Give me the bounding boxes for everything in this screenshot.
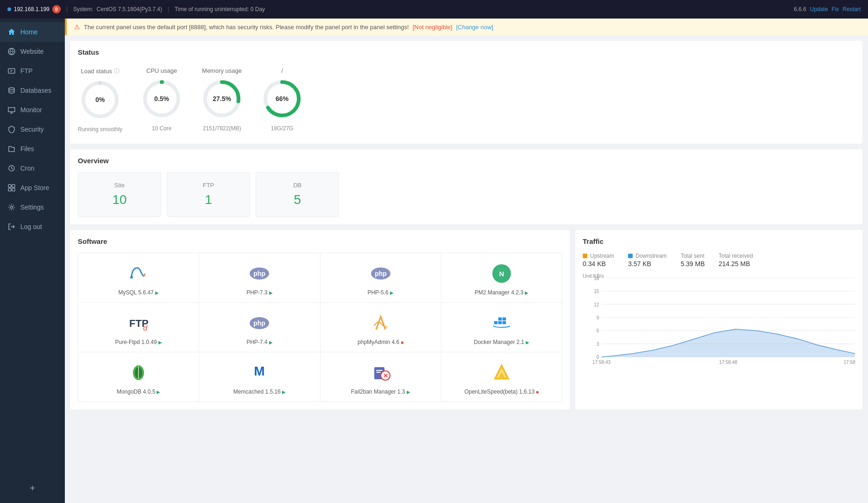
software-mysql[interactable]: MySQL 5.6.47 ▶ — [78, 253, 199, 302]
software-fail2ban[interactable]: ✕ Fail2ban Manager 1.3 ▶ — [321, 352, 441, 401]
svg-text:php: php — [375, 270, 387, 277]
svg-text:✕: ✕ — [383, 372, 388, 379]
main-content: ⚠ The current panel uses the default por… — [65, 19, 868, 503]
ftp-icon — [7, 67, 16, 75]
alert-level: [Not negligible] — [413, 24, 453, 31]
software-php56[interactable]: php PHP-5.6 ▶ — [321, 253, 441, 302]
disk-value: 66% — [276, 95, 289, 102]
home-icon — [7, 28, 16, 36]
cpu-gauge: 0.5% — [141, 78, 182, 120]
svg-text:12: 12 — [594, 302, 599, 307]
load-value: 0% — [95, 96, 105, 103]
alert-change-link[interactable]: [Change now] — [456, 24, 493, 31]
sidebar-label-cron: Cron — [20, 165, 34, 172]
pureftpd-icon: FTPd — [127, 312, 150, 334]
downstream-label: Downstream — [628, 253, 667, 259]
sidebar-item-databases[interactable]: Databases — [0, 81, 65, 100]
update-button[interactable]: Update — [810, 6, 828, 13]
overview-card-site[interactable]: Site 10 — [78, 172, 161, 217]
sidebar-item-appstore[interactable]: App Store — [0, 178, 65, 197]
cpu-label: CPU usage — [146, 67, 177, 74]
databases-icon — [7, 86, 16, 95]
traffic-chart-svg: 18 15 12 9 6 3 0 17:58:43 17:58:48 17: — [583, 273, 855, 366]
software-openlitespeed[interactable]: OpenLiteSpeed(beta) 1.6.13 ■ — [441, 352, 562, 401]
svg-text:d: d — [143, 324, 148, 332]
sidebar-label-appstore: App Store — [20, 184, 49, 191]
traffic-header: Upstream 0.34 KB Downstream 3.57 KB Tota… — [583, 253, 855, 267]
layout: Home Website FTP Databases Monitor — [0, 19, 868, 503]
pureftpd-name: Pure-Ftpd 1.0.49 ▶ — [115, 339, 162, 345]
phpmyadmin-name: phpMyAdmin 4.6 ■ — [358, 339, 403, 345]
software-memcached[interactable]: M Memcached 1.5.16 ▶ — [199, 352, 320, 401]
svg-rect-6 — [8, 188, 11, 191]
alert-bar: ⚠ The current panel uses the default por… — [65, 19, 868, 35]
sidebar-label-logout: Log out — [20, 223, 42, 230]
sidebar-label-settings: Settings — [20, 204, 44, 211]
disk-label: / — [281, 67, 283, 74]
sidebar-item-files[interactable]: Files — [0, 139, 65, 159]
mysql-status: ▶ — [155, 290, 159, 295]
software-docker[interactable]: Docker Manager 2.1 ▶ — [441, 303, 562, 352]
sidebar-item-website[interactable]: Website — [0, 42, 65, 61]
overview-card-db[interactable]: DB 5 — [256, 172, 339, 217]
traffic-title: Traffic — [583, 237, 855, 245]
svg-text:php: php — [254, 270, 266, 277]
sidebar-label-databases: Databases — [20, 87, 51, 94]
website-icon — [7, 47, 16, 56]
load-status-item: Load status ⓘ 0% Running smoothly — [78, 67, 122, 133]
mongodb-status: ▶ — [157, 389, 160, 395]
svg-rect-28 — [494, 321, 497, 324]
disk-sublabel: 18G/27G — [271, 125, 294, 132]
software-php73[interactable]: php PHP-7.3 ▶ — [199, 253, 320, 302]
sidebar-item-home[interactable]: Home — [0, 22, 65, 42]
upstream-stat: Upstream 0.34 KB — [583, 253, 614, 267]
sidebar-item-monitor[interactable]: Monitor — [0, 100, 65, 120]
upstream-label: Upstream — [583, 253, 614, 259]
software-pm2[interactable]: N PM2 Manager 4.2.3 ▶ — [441, 253, 562, 302]
sidebar-label-home: Home — [20, 28, 38, 36]
svg-rect-1 — [8, 69, 15, 73]
cpu-value: 0.5% — [154, 95, 169, 102]
openlitespeed-name: OpenLiteSpeed(beta) 1.6.13 ■ — [465, 388, 539, 395]
sidebar-add-button[interactable]: + — [0, 478, 65, 499]
svg-text:6: 6 — [597, 328, 599, 333]
software-php74[interactable]: php PHP-7.4 ▶ — [199, 303, 320, 352]
sidebar-label-files: Files — [20, 145, 34, 153]
svg-text:N: N — [499, 270, 504, 278]
fix-button[interactable]: Fix — [831, 6, 839, 13]
svg-rect-7 — [12, 188, 15, 191]
upstream-value: 0.34 KB — [583, 260, 614, 267]
phpmyadmin-icon — [370, 312, 392, 334]
status-title: Status — [78, 48, 855, 56]
sidebar-item-ftp[interactable]: FTP — [0, 61, 65, 81]
sidebar-item-security[interactable]: Security — [0, 120, 65, 139]
sidebar-label-ftp: FTP — [20, 67, 32, 75]
sidebar-item-settings[interactable]: Settings — [0, 197, 65, 217]
php74-icon: php — [248, 312, 270, 334]
site-label: Site — [97, 182, 142, 189]
logout-icon — [7, 223, 16, 231]
php73-status: ▶ — [269, 290, 273, 295]
bottom-row: Software MySQL 5.6.47 ▶ — [70, 230, 862, 409]
restart-button[interactable]: Restart — [843, 6, 861, 13]
sidebar-item-logout[interactable]: Log out — [0, 217, 65, 236]
appstore-icon — [7, 184, 16, 192]
svg-rect-4 — [8, 185, 11, 187]
sidebar-item-cron[interactable]: Cron — [0, 159, 65, 178]
software-mongodb[interactable]: MongoDB 4.0.5 ▶ — [78, 352, 199, 401]
php56-status: ▶ — [390, 290, 394, 295]
software-pureftpd[interactable]: FTPd Pure-Ftpd 1.0.49 ▶ — [78, 303, 199, 352]
traffic-chart: Unit:KB/s 18 15 12 9 — [583, 273, 855, 366]
load-help-icon[interactable]: ⓘ — [114, 67, 120, 75]
overview-cards: Site 10 FTP 1 DB 5 — [78, 172, 855, 217]
total-sent-label: Total sent — [680, 253, 704, 259]
overview-card-ftp[interactable]: FTP 1 — [167, 172, 250, 217]
svg-text:php: php — [254, 319, 266, 327]
svg-point-2 — [9, 88, 14, 89]
version-label: 6.6.6 — [794, 6, 806, 13]
downstream-stat: Downstream 3.57 KB — [628, 253, 667, 267]
mongodb-icon — [127, 362, 150, 384]
software-phpmyadmin[interactable]: phpMyAdmin 4.6 ■ — [321, 303, 441, 352]
php56-icon: php — [370, 262, 392, 285]
pureftpd-status: ▶ — [158, 340, 162, 345]
